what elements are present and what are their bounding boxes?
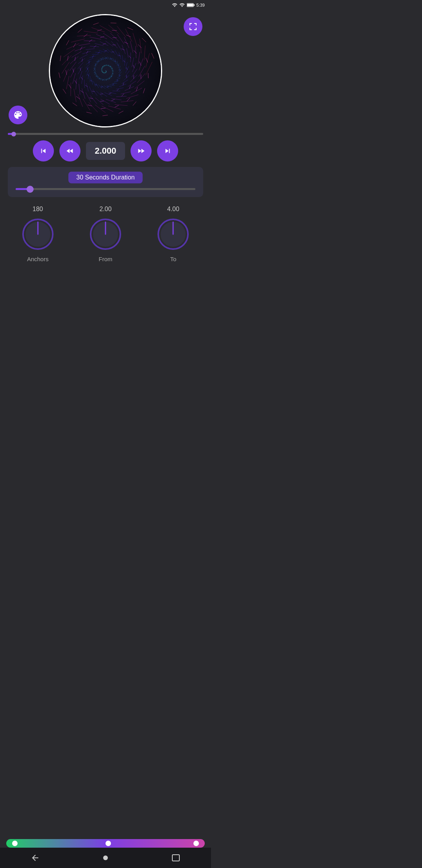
palette-button[interactable] xyxy=(9,106,27,124)
expand-button[interactable] xyxy=(184,17,202,36)
battery-icon xyxy=(187,3,195,7)
to-knob-svg xyxy=(156,217,191,252)
to-value: 4.00 xyxy=(167,206,179,213)
duration-slider[interactable] xyxy=(16,188,195,190)
knob-from: 2.00 From xyxy=(72,206,139,262)
time-display: 5:39 xyxy=(197,3,205,7)
rewind-icon xyxy=(66,147,74,155)
anchors-knob-svg xyxy=(20,217,55,252)
speed-display: 2.000 xyxy=(86,142,125,160)
fast-forward-button[interactable] xyxy=(131,140,152,161)
skip-back-icon xyxy=(39,147,48,155)
from-value: 2.00 xyxy=(99,206,111,213)
wifi-icon xyxy=(172,2,177,8)
viz-area: // Will be drawn via JS below xyxy=(0,10,211,131)
viz-circle: // Will be drawn via JS below xyxy=(49,14,162,127)
knob-to: 4.00 To xyxy=(139,206,207,262)
duration-panel: 30 Seconds Duration xyxy=(8,167,203,197)
to-label: To xyxy=(170,256,176,262)
anchors-label: Anchors xyxy=(27,256,48,262)
progress-bar-track[interactable] xyxy=(8,133,203,135)
knob-anchors: 180 Anchors xyxy=(4,206,72,262)
palette-icon xyxy=(13,110,23,120)
anchors-knob-container[interactable] xyxy=(20,217,55,252)
skip-forward-icon xyxy=(163,147,172,155)
duration-slider-thumb xyxy=(27,186,34,193)
svg-rect-1 xyxy=(193,4,194,6)
anchors-value: 180 xyxy=(32,206,43,213)
signal-icon xyxy=(179,2,185,8)
to-knob-container[interactable] xyxy=(156,217,191,252)
transport-controls: 2.000 xyxy=(0,135,211,167)
from-label: From xyxy=(98,256,112,262)
knobs-section: 180 Anchors 2.00 From 4.00 xyxy=(0,197,211,266)
fast-forward-icon xyxy=(137,147,145,155)
skip-back-button[interactable] xyxy=(33,140,54,161)
svg-rect-2 xyxy=(187,4,193,7)
from-knob-container[interactable] xyxy=(88,217,123,252)
progress-thumb xyxy=(11,132,16,136)
status-bar: 5:39 xyxy=(0,0,211,10)
expand-icon xyxy=(188,22,198,31)
svg-line-120 xyxy=(111,23,116,23)
progress-bar-wrap[interactable] xyxy=(0,133,211,135)
skip-forward-button[interactable] xyxy=(157,140,178,161)
duration-label-wrap: 30 Seconds Duration xyxy=(16,172,195,183)
from-knob-svg xyxy=(88,217,123,252)
status-icons: 5:39 xyxy=(172,2,205,8)
rewind-button[interactable] xyxy=(59,140,80,161)
duration-label: 30 Seconds Duration xyxy=(68,172,142,183)
spiral-visualization: // Will be drawn via JS below xyxy=(50,15,161,126)
